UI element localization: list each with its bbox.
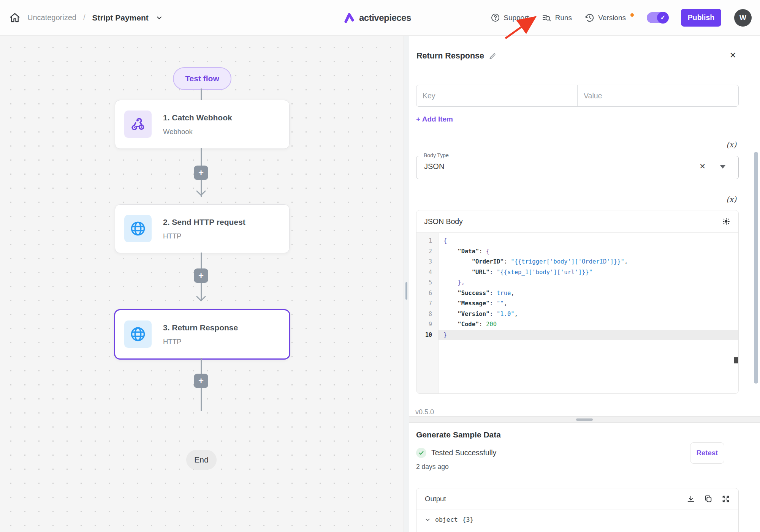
step-title: 3. Return Response bbox=[163, 323, 238, 332]
globe-icon bbox=[124, 215, 152, 242]
copy-icon[interactable] bbox=[704, 495, 712, 503]
flow-name[interactable]: Stript Payment bbox=[92, 13, 149, 22]
step-card-send-http[interactable]: 2. Send HTTP request HTTP bbox=[115, 204, 290, 253]
toggle-check-icon: ✓ bbox=[657, 12, 669, 24]
generate-sample-data-heading: Generate Sample Data bbox=[416, 430, 501, 439]
test-flow-button[interactable]: Test flow bbox=[173, 67, 231, 90]
flow-canvas[interactable]: Test flow 1. Catch Webhook Webhook + bbox=[0, 35, 404, 532]
output-card: Output object {3} bbox=[416, 488, 739, 532]
json-body-editor: JSON Body 12345678910 { "Data": { "Order… bbox=[416, 210, 739, 394]
download-icon[interactable] bbox=[687, 495, 695, 503]
sparkle-dynamic-value-icon[interactable] bbox=[722, 217, 731, 226]
code-lines[interactable]: { "Data": { "OrderID": "{{trigger['body'… bbox=[439, 233, 738, 394]
dropdown-caret-icon[interactable] bbox=[720, 165, 725, 169]
add-step-button[interactable]: + bbox=[194, 166, 208, 180]
step-title: 1. Catch Webhook bbox=[163, 113, 232, 122]
retest-button[interactable]: Retest bbox=[690, 442, 724, 464]
section-resize-handle[interactable] bbox=[409, 416, 760, 423]
flow-enabled-toggle[interactable]: ✓ bbox=[647, 12, 668, 23]
close-icon[interactable]: ✕ bbox=[730, 51, 736, 60]
value-cell[interactable] bbox=[577, 85, 738, 106]
chevron-down-icon[interactable] bbox=[425, 517, 431, 523]
step-card-catch-webhook[interactable]: 1. Catch Webhook Webhook bbox=[115, 100, 290, 149]
insert-variable-icon[interactable]: (x) bbox=[726, 140, 736, 149]
history-clock-icon bbox=[585, 13, 595, 23]
versions-link[interactable]: Versions bbox=[585, 13, 626, 23]
key-input[interactable] bbox=[416, 92, 577, 100]
runs-link[interactable]: Runs bbox=[542, 13, 572, 23]
key-cell[interactable] bbox=[416, 85, 577, 106]
breadcrumb-separator: / bbox=[83, 13, 86, 22]
topbar-actions: Support Runs Versions ✓ Publish W bbox=[491, 0, 752, 35]
support-label: Support bbox=[504, 14, 529, 22]
edit-pencil-icon[interactable] bbox=[489, 52, 496, 60]
end-node: End bbox=[186, 450, 217, 470]
resize-grip[interactable] bbox=[576, 418, 593, 421]
piece-version-label: v0.5.0 bbox=[415, 408, 434, 416]
add-step-button[interactable]: + bbox=[194, 268, 208, 283]
webhook-icon bbox=[124, 111, 152, 138]
output-label: Output bbox=[425, 495, 446, 503]
question-circle-icon bbox=[491, 13, 500, 22]
body-type-select[interactable]: Body Type JSON ✕ bbox=[416, 156, 739, 179]
home-icon[interactable] bbox=[9, 12, 21, 24]
brand-name: activepieces bbox=[359, 13, 411, 23]
body-type-label: Body Type bbox=[421, 152, 451, 158]
add-step-button[interactable]: + bbox=[194, 374, 208, 388]
expand-icon[interactable] bbox=[722, 495, 730, 503]
clear-selection-icon[interactable]: ✕ bbox=[699, 162, 706, 171]
step-subtitle: HTTP bbox=[163, 232, 181, 240]
app-window: Uncategorized / Stript Payment activepie… bbox=[0, 0, 760, 532]
top-bar: Uncategorized / Stript Payment activepie… bbox=[0, 0, 760, 36]
editor-scrollbar-thumb[interactable] bbox=[734, 357, 738, 363]
publish-button[interactable]: Publish bbox=[681, 9, 721, 27]
json-body-label: JSON Body bbox=[424, 217, 463, 226]
success-check-icon bbox=[416, 448, 426, 458]
insert-variable-icon[interactable]: (x) bbox=[726, 195, 736, 204]
panel-scrollbar-thumb[interactable] bbox=[754, 152, 758, 384]
connector-arrow-icon bbox=[196, 190, 206, 198]
value-input[interactable] bbox=[578, 92, 738, 100]
tree-node-count: {3} bbox=[462, 516, 474, 523]
versions-label: Versions bbox=[598, 14, 626, 22]
globe-icon bbox=[124, 320, 152, 348]
runs-label: Runs bbox=[555, 14, 572, 22]
activepieces-logo-icon bbox=[344, 13, 355, 23]
panel-title: Return Response bbox=[416, 51, 484, 61]
tree-node-type: object bbox=[435, 516, 458, 523]
code-gutter: 12345678910 bbox=[416, 233, 439, 394]
code-editor-area[interactable]: 12345678910 { "Data": { "OrderID": "{{tr… bbox=[416, 233, 738, 394]
step-card-return-response[interactable]: 3. Return Response HTTP bbox=[114, 309, 290, 360]
connector-arrow-icon bbox=[196, 296, 206, 303]
headers-key-value-row bbox=[416, 85, 739, 107]
test-status-label: Tested Successfully bbox=[431, 448, 496, 457]
step-subtitle: HTTP bbox=[163, 338, 181, 346]
breadcrumb: Uncategorized / Stript Payment bbox=[9, 0, 163, 35]
test-status-row: Tested Successfully bbox=[416, 448, 496, 458]
resize-grip[interactable] bbox=[405, 282, 407, 300]
last-test-time: 2 days ago bbox=[416, 463, 449, 471]
avatar[interactable]: W bbox=[734, 9, 752, 27]
versions-unpublished-dot bbox=[630, 13, 634, 17]
support-link[interactable]: Support bbox=[491, 13, 529, 22]
breadcrumb-folder[interactable]: Uncategorized bbox=[27, 13, 76, 22]
step-subtitle: Webhook bbox=[163, 128, 193, 136]
add-item-button[interactable]: + Add Item bbox=[416, 115, 453, 123]
brand: activepieces bbox=[344, 0, 411, 35]
step-settings-panel: Return Response ✕ + Add Item (x) Body Ty… bbox=[409, 35, 760, 532]
output-tree-root[interactable]: object {3} bbox=[416, 510, 738, 523]
step-title: 2. Send HTTP request bbox=[163, 218, 245, 227]
body-type-value: JSON bbox=[424, 162, 444, 171]
connector-line bbox=[201, 88, 202, 100]
chevron-down-icon[interactable] bbox=[155, 14, 163, 22]
runs-list-search-icon bbox=[542, 13, 552, 23]
